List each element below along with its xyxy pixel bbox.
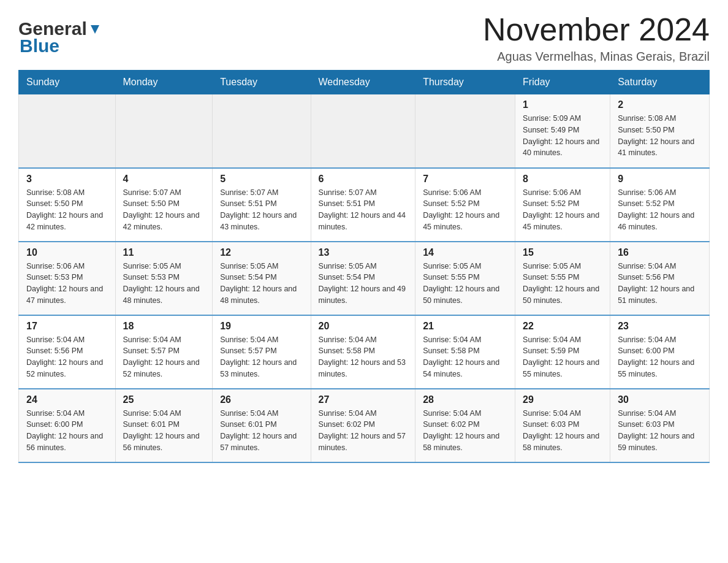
header-saturday: Saturday <box>610 71 710 94</box>
calendar-week-row: 10 Sunrise: 5:06 AMSunset: 5:53 PMDaylig… <box>19 242 710 315</box>
calendar-table: Sunday Monday Tuesday Wednesday Thursday… <box>18 70 710 463</box>
calendar-cell: 30 Sunrise: 5:04 AMSunset: 6:03 PMDaylig… <box>610 389 710 462</box>
day-number: 8 <box>523 174 602 185</box>
header-monday: Monday <box>115 71 213 94</box>
calendar-cell: 6 Sunrise: 5:07 AMSunset: 5:51 PMDayligh… <box>311 168 415 242</box>
title-section: November 2024 Aguas Vermelhas, Minas Ger… <box>483 12 710 64</box>
calendar-cell: 26 Sunrise: 5:04 AMSunset: 6:01 PMDaylig… <box>213 389 311 462</box>
calendar-cell: 5 Sunrise: 5:07 AMSunset: 5:51 PMDayligh… <box>213 168 311 242</box>
day-info: Sunrise: 5:04 AMSunset: 6:02 PMDaylight:… <box>423 408 507 454</box>
calendar-cell: 12 Sunrise: 5:05 AMSunset: 5:54 PMDaylig… <box>213 242 311 315</box>
day-info: Sunrise: 5:04 AMSunset: 6:00 PMDaylight:… <box>618 334 702 380</box>
calendar-cell: 25 Sunrise: 5:04 AMSunset: 6:01 PMDaylig… <box>115 389 213 462</box>
day-info: Sunrise: 5:06 AMSunset: 5:52 PMDaylight:… <box>618 187 702 233</box>
day-info: Sunrise: 5:04 AMSunset: 6:03 PMDaylight:… <box>523 408 602 454</box>
day-info: Sunrise: 5:06 AMSunset: 5:53 PMDaylight:… <box>26 261 108 307</box>
day-number: 2 <box>618 99 702 110</box>
day-info: Sunrise: 5:07 AMSunset: 5:50 PMDaylight:… <box>123 187 205 233</box>
calendar-cell: 22 Sunrise: 5:04 AMSunset: 5:59 PMDaylig… <box>515 315 610 389</box>
logo-triangle-icon <box>88 23 102 36</box>
calendar-week-row: 1 Sunrise: 5:09 AMSunset: 5:49 PMDayligh… <box>19 94 710 168</box>
calendar-cell: 16 Sunrise: 5:04 AMSunset: 5:56 PMDaylig… <box>610 242 710 315</box>
day-number: 5 <box>220 174 303 185</box>
calendar-cell: 3 Sunrise: 5:08 AMSunset: 5:50 PMDayligh… <box>19 168 116 242</box>
day-number: 1 <box>523 99 602 110</box>
calendar-cell: 27 Sunrise: 5:04 AMSunset: 6:02 PMDaylig… <box>311 389 415 462</box>
day-info: Sunrise: 5:07 AMSunset: 5:51 PMDaylight:… <box>220 187 303 233</box>
day-info: Sunrise: 5:04 AMSunset: 5:59 PMDaylight:… <box>523 334 602 380</box>
day-number: 23 <box>618 321 702 332</box>
calendar-cell: 21 Sunrise: 5:04 AMSunset: 5:58 PMDaylig… <box>415 315 515 389</box>
day-number: 15 <box>523 247 602 258</box>
day-info: Sunrise: 5:04 AMSunset: 5:56 PMDaylight:… <box>618 261 702 307</box>
calendar-week-row: 24 Sunrise: 5:04 AMSunset: 6:00 PMDaylig… <box>19 389 710 462</box>
calendar-cell: 13 Sunrise: 5:05 AMSunset: 5:54 PMDaylig… <box>311 242 415 315</box>
calendar-cell <box>115 94 213 168</box>
day-number: 25 <box>123 394 205 405</box>
header-tuesday: Tuesday <box>213 71 311 94</box>
calendar-cell: 23 Sunrise: 5:04 AMSunset: 6:00 PMDaylig… <box>610 315 710 389</box>
day-info: Sunrise: 5:05 AMSunset: 5:53 PMDaylight:… <box>123 261 205 307</box>
day-number: 3 <box>26 174 108 185</box>
day-number: 22 <box>523 321 602 332</box>
calendar-cell: 7 Sunrise: 5:06 AMSunset: 5:52 PMDayligh… <box>415 168 515 242</box>
calendar-cell: 2 Sunrise: 5:08 AMSunset: 5:50 PMDayligh… <box>610 94 710 168</box>
day-info: Sunrise: 5:04 AMSunset: 6:03 PMDaylight:… <box>618 408 702 454</box>
calendar-cell: 9 Sunrise: 5:06 AMSunset: 5:52 PMDayligh… <box>610 168 710 242</box>
calendar-week-row: 17 Sunrise: 5:04 AMSunset: 5:56 PMDaylig… <box>19 315 710 389</box>
day-number: 14 <box>423 247 507 258</box>
calendar-cell: 19 Sunrise: 5:04 AMSunset: 5:57 PMDaylig… <box>213 315 311 389</box>
calendar-cell: 11 Sunrise: 5:05 AMSunset: 5:53 PMDaylig… <box>115 242 213 315</box>
calendar-cell <box>311 94 415 168</box>
header-wednesday: Wednesday <box>311 71 415 94</box>
logo: General Blue <box>18 12 102 56</box>
calendar-cell: 20 Sunrise: 5:04 AMSunset: 5:58 PMDaylig… <box>311 315 415 389</box>
svg-marker-0 <box>91 25 99 34</box>
header-sunday: Sunday <box>19 71 116 94</box>
logo-text-blue: Blue <box>20 36 59 56</box>
calendar-week-row: 3 Sunrise: 5:08 AMSunset: 5:50 PMDayligh… <box>19 168 710 242</box>
day-info: Sunrise: 5:08 AMSunset: 5:50 PMDaylight:… <box>618 113 702 159</box>
day-info: Sunrise: 5:04 AMSunset: 6:01 PMDaylight:… <box>123 408 205 454</box>
day-info: Sunrise: 5:04 AMSunset: 6:02 PMDaylight:… <box>319 408 408 454</box>
day-info: Sunrise: 5:06 AMSunset: 5:52 PMDaylight:… <box>423 187 507 233</box>
calendar-header-row: Sunday Monday Tuesday Wednesday Thursday… <box>19 71 710 94</box>
day-info: Sunrise: 5:04 AMSunset: 5:57 PMDaylight:… <box>220 334 303 380</box>
day-number: 27 <box>319 394 408 405</box>
calendar-cell: 8 Sunrise: 5:06 AMSunset: 5:52 PMDayligh… <box>515 168 610 242</box>
day-info: Sunrise: 5:09 AMSunset: 5:49 PMDaylight:… <box>523 113 602 159</box>
day-number: 6 <box>319 174 408 185</box>
page-subtitle: Aguas Vermelhas, Minas Gerais, Brazil <box>483 50 710 64</box>
page-title: November 2024 <box>483 12 710 47</box>
day-number: 21 <box>423 321 507 332</box>
day-info: Sunrise: 5:04 AMSunset: 5:56 PMDaylight:… <box>26 334 108 380</box>
day-number: 19 <box>220 321 303 332</box>
day-number: 20 <box>319 321 408 332</box>
header-friday: Friday <box>515 71 610 94</box>
calendar-cell: 24 Sunrise: 5:04 AMSunset: 6:00 PMDaylig… <box>19 389 116 462</box>
calendar-cell: 4 Sunrise: 5:07 AMSunset: 5:50 PMDayligh… <box>115 168 213 242</box>
calendar-cell: 1 Sunrise: 5:09 AMSunset: 5:49 PMDayligh… <box>515 94 610 168</box>
day-info: Sunrise: 5:04 AMSunset: 6:00 PMDaylight:… <box>26 408 108 454</box>
day-number: 28 <box>423 394 507 405</box>
day-number: 10 <box>26 247 108 258</box>
day-number: 24 <box>26 394 108 405</box>
day-info: Sunrise: 5:05 AMSunset: 5:55 PMDaylight:… <box>523 261 602 307</box>
day-number: 16 <box>618 247 702 258</box>
calendar-cell: 14 Sunrise: 5:05 AMSunset: 5:55 PMDaylig… <box>415 242 515 315</box>
header-thursday: Thursday <box>415 71 515 94</box>
day-number: 9 <box>618 174 702 185</box>
calendar-cell <box>415 94 515 168</box>
day-number: 7 <box>423 174 507 185</box>
calendar-cell: 18 Sunrise: 5:04 AMSunset: 5:57 PMDaylig… <box>115 315 213 389</box>
day-number: 26 <box>220 394 303 405</box>
day-number: 30 <box>618 394 702 405</box>
calendar-cell: 29 Sunrise: 5:04 AMSunset: 6:03 PMDaylig… <box>515 389 610 462</box>
calendar-cell: 28 Sunrise: 5:04 AMSunset: 6:02 PMDaylig… <box>415 389 515 462</box>
day-info: Sunrise: 5:04 AMSunset: 5:58 PMDaylight:… <box>319 334 408 380</box>
day-info: Sunrise: 5:04 AMSunset: 6:01 PMDaylight:… <box>220 408 303 454</box>
calendar-cell <box>19 94 116 168</box>
day-info: Sunrise: 5:05 AMSunset: 5:55 PMDaylight:… <box>423 261 507 307</box>
day-info: Sunrise: 5:04 AMSunset: 5:57 PMDaylight:… <box>123 334 205 380</box>
calendar-cell <box>213 94 311 168</box>
